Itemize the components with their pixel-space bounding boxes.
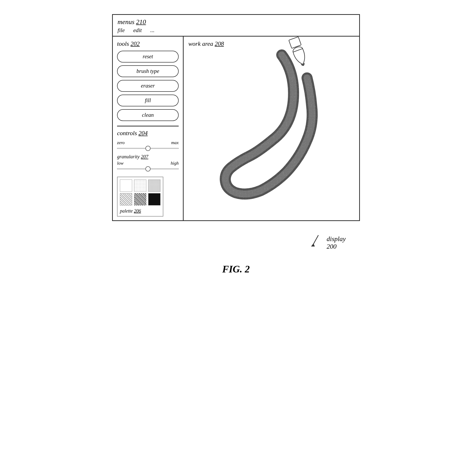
fig-label: FIG. 2	[112, 263, 360, 275]
palette-label: palette 206	[120, 208, 160, 214]
display-arrow	[305, 233, 324, 252]
below-area: display 200	[112, 228, 360, 252]
palette-section: palette 206	[117, 177, 163, 217]
granularity-ref: 207	[141, 154, 148, 159]
controls-section-title: controls 204	[117, 130, 179, 137]
content-area: tools 202 reset brush type eraser fill c…	[113, 36, 359, 220]
menu-bar: menus 210 file edit ...	[113, 15, 359, 36]
swatch-light-dots[interactable]	[134, 180, 146, 192]
swatch-med-dots[interactable]	[148, 180, 160, 192]
slider1-max-label: max	[171, 140, 179, 145]
menus-label: menus	[118, 18, 135, 25]
slider2-track[interactable]	[117, 167, 179, 171]
tools-panel: tools 202 reset brush type eraser fill c…	[113, 36, 184, 220]
swatch-hatch[interactable]	[120, 193, 132, 205]
tools-section: tools 202 reset brush type eraser fill c…	[117, 40, 179, 124]
controls-label: controls	[117, 130, 137, 136]
palette-row-1	[120, 180, 160, 192]
outer-container: menus 210 file edit ... tools 202 reset …	[14, 14, 458, 275]
eraser-button[interactable]: eraser	[117, 80, 179, 92]
clean-button[interactable]: clean	[117, 109, 179, 121]
slider2-thumb[interactable]	[145, 166, 151, 171]
menu-edit[interactable]: edit	[133, 27, 142, 34]
menus-title: menus 210	[118, 18, 354, 26]
svg-marker-3	[311, 243, 315, 246]
fill-button[interactable]: fill	[117, 95, 179, 106]
slider2-labels: low high	[117, 161, 179, 166]
swatch-dark-hatch[interactable]	[134, 193, 146, 205]
slider2-min-label: low	[117, 161, 123, 166]
slider1-labels: zero max	[117, 140, 179, 145]
granularity-text: granularity	[117, 154, 140, 159]
slider2-max-label: high	[171, 161, 179, 166]
main-box: menus 210 file edit ... tools 202 reset …	[112, 14, 360, 221]
menu-file[interactable]: file	[118, 27, 125, 34]
palette-text: palette	[120, 208, 133, 213]
slider1-track[interactable]	[117, 146, 179, 151]
display-label: display 200	[327, 235, 346, 250]
panel-divider	[117, 126, 179, 126]
tools-label: tools	[117, 40, 129, 47]
palette-ref: 206	[134, 208, 141, 213]
controls-ref: 204	[139, 130, 148, 136]
display-ref: 200	[327, 243, 336, 250]
menu-items-row: file edit ...	[118, 27, 354, 34]
granularity-label: granularity 207	[117, 154, 179, 160]
brush-stroke	[225, 55, 312, 194]
slider1-min-label: zero	[117, 140, 125, 145]
swatch-black[interactable]	[148, 193, 160, 205]
tools-section-title: tools 202	[117, 40, 179, 47]
menu-more[interactable]: ...	[150, 27, 155, 34]
controls-section: controls 204 zero max granularity 207	[117, 130, 179, 217]
display-text: display	[327, 235, 346, 242]
brush-canvas	[184, 36, 359, 220]
slider1-thumb[interactable]	[145, 146, 151, 151]
tools-ref: 202	[130, 40, 140, 47]
reset-button[interactable]: reset	[117, 51, 179, 63]
menus-ref: 210	[136, 18, 146, 25]
palette-row-2	[120, 193, 160, 205]
work-area[interactable]: work area 208	[184, 36, 359, 220]
brush-type-button[interactable]: brush type	[117, 65, 179, 77]
swatch-white[interactable]	[120, 180, 132, 192]
